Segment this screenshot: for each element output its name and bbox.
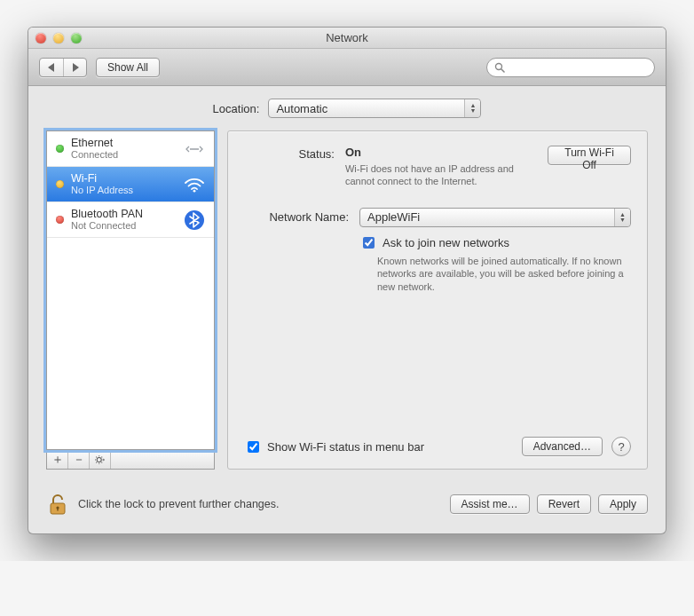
service-name: Bluetooth PAN bbox=[71, 208, 175, 220]
remove-service-button[interactable]: － bbox=[68, 450, 90, 469]
popup-arrows-icon: ▲▼ bbox=[614, 209, 630, 226]
search-input[interactable] bbox=[510, 60, 647, 75]
ask-join-checkbox[interactable] bbox=[363, 237, 375, 249]
search-field[interactable] bbox=[486, 58, 655, 77]
service-sidebar: EthernetConnectedWi-FiNo IP AddressBluet… bbox=[46, 130, 215, 470]
toolbar: Show All bbox=[28, 49, 666, 86]
ask-join-row: Ask to join new networks bbox=[359, 236, 631, 251]
service-detail-panel: Status: On Wi-Fi does not have an IP add… bbox=[227, 130, 648, 470]
forward-button[interactable] bbox=[63, 59, 86, 76]
unlocked-lock-icon bbox=[48, 493, 67, 516]
status-row: Status: On Wi-Fi does not have an IP add… bbox=[244, 146, 631, 188]
location-popup[interactable]: Automatic ▲▼ bbox=[268, 99, 481, 118]
service-status: Connected bbox=[71, 149, 175, 161]
help-button[interactable]: ? bbox=[611, 437, 631, 456]
traffic-lights bbox=[35, 33, 82, 43]
svg-line-11 bbox=[96, 456, 97, 457]
svg-line-13 bbox=[96, 462, 97, 462]
assist-me-button[interactable]: Assist me… bbox=[450, 494, 530, 514]
lock-message: Click the lock to prevent further change… bbox=[78, 498, 280, 510]
service-list-footer: ＋ － bbox=[46, 450, 215, 470]
content-area: Location: Automatic ▲▼ EthernetConnected… bbox=[28, 86, 666, 478]
wifi-icon bbox=[182, 175, 207, 194]
service-name: Wi-Fi bbox=[71, 172, 175, 185]
service-item-ethernet[interactable]: EthernetConnected bbox=[47, 131, 214, 167]
zoom-window-button[interactable] bbox=[71, 33, 82, 43]
network-prefpane-window: Network Show All Location: Automatic ▲▼ bbox=[28, 27, 666, 534]
network-name-value: AppleWiFi bbox=[367, 210, 420, 224]
back-button[interactable] bbox=[40, 59, 63, 76]
svg-marker-15 bbox=[103, 458, 105, 461]
apply-button[interactable]: Apply bbox=[598, 494, 648, 514]
svg-rect-18 bbox=[57, 508, 58, 511]
svg-point-4 bbox=[193, 189, 196, 192]
nav-segmented-control bbox=[39, 58, 87, 77]
turn-wifi-off-button[interactable]: Turn Wi-Fi Off bbox=[548, 146, 631, 165]
network-name-label: Network Name: bbox=[244, 210, 349, 224]
ask-join-hint: Known networks will be joined automatica… bbox=[377, 255, 626, 295]
menubar-status-checkbox[interactable] bbox=[248, 441, 259, 453]
triangle-left-icon bbox=[48, 63, 56, 72]
status-value: On bbox=[345, 146, 537, 159]
bluetooth-icon bbox=[182, 210, 207, 230]
service-name: Ethernet bbox=[71, 137, 175, 149]
service-list[interactable]: EthernetConnectedWi-FiNo IP AddressBluet… bbox=[46, 130, 215, 450]
svg-point-6 bbox=[97, 457, 101, 462]
show-all-button[interactable]: Show All bbox=[96, 58, 160, 77]
network-name-popup[interactable]: AppleWiFi ▲▼ bbox=[359, 208, 631, 227]
panels: EthernetConnectedWi-FiNo IP AddressBluet… bbox=[46, 130, 648, 470]
popup-arrows-icon: ▲▼ bbox=[464, 99, 480, 117]
add-service-button[interactable]: ＋ bbox=[47, 450, 68, 469]
svg-line-3 bbox=[501, 69, 504, 72]
location-row: Location: Automatic ▲▼ bbox=[46, 99, 648, 118]
close-window-button[interactable] bbox=[35, 33, 46, 43]
service-actions-button[interactable] bbox=[90, 450, 111, 469]
window-title: Network bbox=[28, 31, 666, 44]
service-status: Not Connected bbox=[71, 220, 175, 232]
minimize-window-button[interactable] bbox=[53, 33, 64, 43]
gear-icon bbox=[95, 454, 105, 466]
triangle-right-icon bbox=[71, 63, 79, 72]
advanced-button[interactable]: Advanced… bbox=[522, 437, 603, 456]
service-status: No IP Address bbox=[71, 185, 175, 196]
ethernet-icon bbox=[182, 139, 207, 159]
svg-line-12 bbox=[101, 462, 102, 462]
search-icon bbox=[494, 62, 505, 73]
revert-button[interactable]: Revert bbox=[537, 494, 591, 514]
lock-button[interactable] bbox=[46, 491, 69, 517]
titlebar: Network bbox=[28, 28, 666, 49]
status-dot-icon bbox=[56, 216, 64, 224]
service-item-wi-fi[interactable]: Wi-FiNo IP Address bbox=[47, 167, 214, 202]
location-value: Automatic bbox=[276, 102, 327, 115]
svg-marker-1 bbox=[73, 63, 79, 72]
location-label: Location: bbox=[213, 102, 260, 115]
network-name-row: Network Name: AppleWiFi ▲▼ bbox=[244, 208, 631, 227]
service-item-bluetooth-pan[interactable]: Bluetooth PANNot Connected bbox=[47, 202, 214, 238]
status-dot-icon bbox=[56, 180, 64, 188]
status-dot-icon bbox=[56, 145, 64, 153]
status-hint: Wi-Fi does not have an IP address and ca… bbox=[345, 162, 537, 188]
svg-marker-0 bbox=[48, 63, 54, 72]
ask-join-label: Ask to join new networks bbox=[382, 236, 509, 249]
bottom-bar: Click the lock to prevent further change… bbox=[28, 478, 666, 533]
menubar-status-label: Show Wi-Fi status in menu bar bbox=[267, 440, 424, 454]
detail-footer: Show Wi-Fi status in menu bar Advanced… … bbox=[244, 437, 631, 456]
status-label: Status: bbox=[244, 146, 335, 188]
svg-line-14 bbox=[101, 456, 102, 457]
